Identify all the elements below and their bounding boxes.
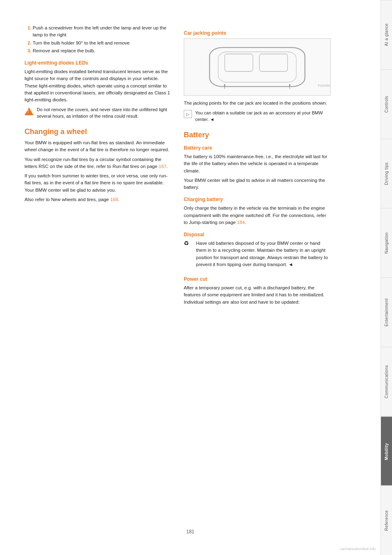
step-2: Turn the bulb holder 90° to the left and… [33, 40, 172, 47]
battery-care-body2: Your BMW center will be glad to advise i… [184, 177, 331, 191]
sidebar-tab-driving-tips[interactable]: Driving tips [381, 139, 392, 208]
sidebar: At a glance Controls Driving tips Naviga… [381, 0, 392, 555]
car-jacking-body: The jacking points for the car jack are … [184, 100, 331, 107]
warning-triangle-icon [24, 107, 33, 116]
led-warning-text: Do not remove the covers, and never star… [37, 107, 172, 119]
car-jacking-note-box: ▷ You can obtain a suitable car jack as … [184, 110, 331, 123]
changing-wheel-body3: If you switch from summer to winter tire… [24, 172, 172, 194]
watermark: carmanualsonline.info [340, 547, 376, 551]
changing-wheel-body1: Your BMW is equipped with run-flat tires… [24, 139, 172, 154]
sidebar-tab-mobility[interactable]: Mobility [381, 416, 392, 486]
battery-title: Battery [184, 131, 331, 139]
svg-rect-2 [225, 54, 253, 71]
changing-wheel-body2: You will recognize run-flat tires by a c… [24, 156, 172, 170]
sidebar-tab-reference[interactable]: Reference [381, 486, 392, 555]
sidebar-tab-navigation[interactable]: Navigation [381, 208, 392, 278]
svg-text:P0203502.tif: P0203502.tif [318, 84, 330, 87]
led-warning-box: Do not remove the covers, and never star… [24, 107, 172, 119]
changing-wheel-title: Changing a wheel [24, 128, 172, 136]
sidebar-tab-controls[interactable]: Controls [381, 69, 392, 139]
step-3: Remove and replace the bulb. [33, 47, 172, 54]
charging-battery-title: Charging battery [184, 197, 331, 202]
car-jacking-title: Car jacking points [184, 30, 331, 36]
battery-care-title: Battery care [184, 145, 331, 151]
power-cut-title: Power cut [184, 276, 331, 282]
led-title: Light-emitting diodes LEDs [24, 60, 172, 66]
svg-rect-3 [259, 54, 287, 71]
info-arrow-icon: ▷ [184, 110, 192, 118]
charging-battery-body: Only charge the battery in the vehicle v… [184, 205, 331, 226]
disposal-title: Disposal [184, 232, 331, 237]
power-cut-body: After a temporary power cut, e.g. with a… [184, 284, 331, 306]
svg-text:↑: ↑ [223, 82, 227, 90]
changing-wheel-body4: Also refer to New wheels and tires, page… [24, 196, 172, 203]
disposal-body: Have old batteries disposed of by your B… [196, 240, 331, 268]
page-number: 181 [186, 529, 194, 535]
svg-rect-0 [209, 47, 305, 87]
svg-text:↑: ↑ [288, 82, 292, 90]
page-link-168[interactable]: 168 [110, 197, 118, 202]
recycling-icon: ♻ [184, 240, 192, 248]
numbered-steps: Push a screwdriver from the left under t… [24, 25, 172, 54]
sidebar-tab-entertainment[interactable]: Entertainment [381, 278, 392, 347]
battery-care-body1: The battery is 100% maintenance-free, i.… [184, 153, 331, 175]
right-column: Car jacking points ↑ ↑ P0203502.tif [184, 25, 331, 539]
sidebar-tab-at-a-glance[interactable]: At a glance [381, 0, 392, 69]
step-1: Push a screwdriver from the left under t… [33, 25, 172, 39]
car-jacking-note-text: You can obtain a suitable car jack as an… [195, 110, 331, 123]
svg-rect-1 [218, 52, 296, 82]
disposal-box: ♻ Have old batteries disposed of by your… [184, 240, 331, 271]
page-link-184[interactable]: 184 [237, 220, 245, 225]
car-jacking-image: ↑ ↑ P0203502.tif [184, 38, 331, 96]
page-link-167[interactable]: 167 [159, 164, 167, 169]
sidebar-tab-communications[interactable]: Communications [381, 347, 392, 416]
left-column: Push a screwdriver from the left under t… [24, 25, 172, 539]
led-body: Light-emitting diodes installed behind t… [24, 68, 172, 103]
